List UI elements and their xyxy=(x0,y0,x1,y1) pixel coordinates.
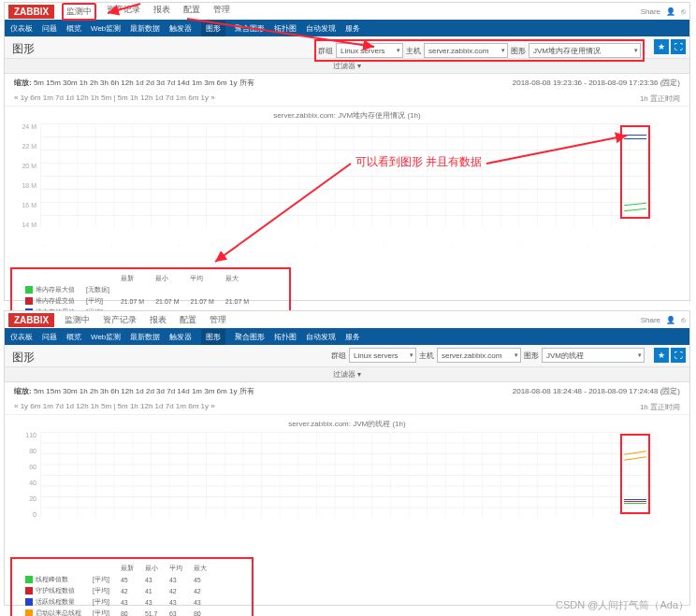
logout-icon[interactable]: ⎋ xyxy=(681,316,686,324)
filter-row-2: 图形 群组 Linux servers 主机 server.zabbix.com… xyxy=(5,345,689,367)
legend-row: 启动以来总线程[平均]8051.76380 xyxy=(20,608,212,616)
user-icon[interactable]: 👤 xyxy=(666,7,675,16)
graph-selectors: 群组 Linux servers 主机 server.zabbix.com 图形… xyxy=(314,39,645,62)
legend-table: 最新最小平均最大 线程峰值数[平均]45434345 守护线程数值[平均]424… xyxy=(20,563,212,616)
zoom-row-2: 缩放: 5m 15m 30m 1h 2h 3h 6h 12h 1d 2d 3d … xyxy=(5,382,689,400)
nav-discovery[interactable]: 自动发现 xyxy=(306,23,336,34)
time-nav-left[interactable]: « 1y 6m 1m 7d 1d 12h 1h 5m | 5m 1h 12h 1… xyxy=(14,93,215,104)
top-menu: 监测中 资产记录 报表 配置 管理 xyxy=(62,3,233,21)
group-dropdown[interactable]: Linux servers xyxy=(336,43,403,58)
nav-time-row: « 1y 6m 1m 7d 1d 12h 1h 5m | 5m 1h 12h 1… xyxy=(5,92,689,107)
chart-grid xyxy=(40,123,654,228)
share-link[interactable]: Share xyxy=(641,316,660,324)
annotation-text: 可以看到图形 并且有数据 xyxy=(355,154,482,170)
logo: ZABBIX xyxy=(8,313,54,327)
topmenu-config[interactable]: 配置 xyxy=(181,3,203,21)
chart-1: server.zabbix.com: JVM堆内存使用情况 (1h) 24 M2… xyxy=(5,107,689,265)
nav-overview[interactable]: 概览 xyxy=(66,23,81,34)
legend-row: 守护线程数值[平均]42414242 xyxy=(20,585,212,596)
fullscreen-icon[interactable]: ⛶ xyxy=(671,39,686,54)
top-bar: ZABBIX 监测中 资产记录 报表 配置 管理 Share 👤 ⎋ xyxy=(5,3,689,20)
nav-latest[interactable]: 最新数据 xyxy=(130,23,160,34)
y-axis: 24 M22 M20 M18 M16 M14 M xyxy=(14,123,36,228)
topmenu-inventory[interactable]: 资产记录 xyxy=(100,313,139,327)
time-nav-left[interactable]: « 1y 6m 1m 7d 1d 12h 1h 5m | 5m 1h 12h 1… xyxy=(14,402,215,412)
top-menu: 监测中 资产记录 报表 配置 管理 xyxy=(62,313,229,327)
legend-row: 堆内存最大值[无数据] xyxy=(20,284,254,295)
share-link[interactable]: Share xyxy=(641,7,660,16)
star-icon[interactable]: ★ xyxy=(654,348,669,363)
time-range: 2018-08-08 19:23:36 - 2018-08-09 17:23:3… xyxy=(513,78,680,88)
chart-data-strip xyxy=(620,125,650,219)
chart-title: server.zabbix.com: JVM的线程 (1h) xyxy=(5,415,689,433)
nav-web[interactable]: Web监测 xyxy=(91,23,121,34)
chart-data-strip xyxy=(620,434,650,514)
filter-row: 图形 群组 Linux servers 主机 server.zabbix.com… xyxy=(5,36,689,59)
user-icon[interactable]: 👤 xyxy=(666,316,675,324)
nav-graphs[interactable]: 图形 xyxy=(201,21,225,36)
logout-icon[interactable]: ⎋ xyxy=(681,7,686,16)
logo: ZABBIX xyxy=(8,5,54,19)
nav-bar: 仪表板 问题 概览 Web监测 最新数据 触发器 图形 聚合图形 拓扑图 自动发… xyxy=(5,20,689,36)
topmenu-reports[interactable]: 报表 xyxy=(151,3,173,21)
host-label: 主机 xyxy=(419,351,434,361)
nav-bar-2: 仪表板 问题 概览 Web监测 最新数据 触发器 图形 聚合图形 拓扑图 自动发… xyxy=(5,328,689,345)
page-title: 图形 xyxy=(12,41,35,57)
star-icon[interactable]: ★ xyxy=(654,39,669,54)
chart-title: server.zabbix.com: JVM堆内存使用情况 (1h) xyxy=(5,107,689,124)
nav-problems[interactable]: 问题 xyxy=(42,23,57,34)
topmenu-inventory[interactable]: 资产记录 xyxy=(104,3,143,21)
zoom-presets[interactable]: 5m 15m 30m 1h 2h 3h 6h 12h 1d 2d 3d 7d 1… xyxy=(34,387,254,395)
group-label: 群组 xyxy=(318,46,333,56)
time-nav-right[interactable]: 1h 置正时间 xyxy=(640,93,680,104)
host-dropdown[interactable]: server.zabbix.com xyxy=(437,348,521,363)
topmenu-monitor[interactable]: 监测中 xyxy=(62,313,93,327)
topmenu-config[interactable]: 配置 xyxy=(177,313,199,327)
nav-time-row-2: « 1y 6m 1m 7d 1d 12h 1h 5m | 5m 1h 12h 1… xyxy=(5,400,689,415)
zoom-row: 缩放: 5m 15m 30m 1h 2h 3h 6h 12h 1d 2d 3d … xyxy=(5,74,689,92)
toolbar-buttons: ★ ⛶ xyxy=(654,348,686,363)
filter-tab[interactable]: 过滤器 ▾ xyxy=(5,367,689,382)
x-axis: ·········· xyxy=(40,245,654,251)
nav-screens[interactable]: 聚合图形 xyxy=(235,23,265,34)
top-bar-2: ZABBIX 监测中 资产记录 报表 配置 管理 Share 👤 ⎋ xyxy=(5,311,689,328)
chart-grid xyxy=(40,432,654,518)
graph-selectors-2: 群组 Linux servers 主机 server.zabbix.com 图形… xyxy=(331,348,645,363)
graph-dropdown[interactable]: JVM堆内存使用情况 xyxy=(529,43,641,58)
legend-row: 堆内存提交值[平均]21.07 M21.07 M21.07 M21.07 M xyxy=(20,295,254,307)
group-dropdown[interactable]: Linux servers xyxy=(349,348,416,363)
chart-2: server.zabbix.com: JVM的线程 (1h) 110806040… xyxy=(5,415,689,555)
legend-2: 最新最小平均最大 线程峰值数[平均]45434345 守护线程数值[平均]424… xyxy=(10,557,254,616)
topmenu-reports[interactable]: 报表 xyxy=(147,313,169,327)
toolbar-buttons: ★ ⛶ xyxy=(654,39,686,54)
watermark: CSDN @人间打气筒（Ada） xyxy=(556,598,689,612)
host-dropdown[interactable]: server.zabbix.com xyxy=(424,43,508,58)
host-label: 主机 xyxy=(406,46,421,56)
topmenu-monitor[interactable]: 监测中 xyxy=(62,3,96,21)
topmenu-admin[interactable]: 管理 xyxy=(210,3,233,21)
zoom-label: 缩放: xyxy=(14,79,32,87)
nav-maps[interactable]: 拓扑图 xyxy=(274,23,297,34)
group-label: 群组 xyxy=(331,351,346,361)
share-area: Share 👤 ⎋ xyxy=(641,7,686,16)
time-nav-right[interactable]: 1h 置正时间 xyxy=(640,402,680,412)
graph-label: 图形 xyxy=(511,46,526,56)
share-area: Share 👤 ⎋ xyxy=(641,316,686,324)
time-range: 2018-08-08 18:24:48 - 2018-08-09 17:24:4… xyxy=(513,386,680,396)
nav-dashboard[interactable]: 仪表板 xyxy=(10,23,33,34)
graph-label: 图形 xyxy=(524,351,539,361)
y-axis: 110806040200 xyxy=(14,432,36,518)
legend-row: 线程峰值数[平均]45434345 xyxy=(20,574,212,585)
fullscreen-icon[interactable]: ⛶ xyxy=(671,348,686,363)
page-title: 图形 xyxy=(12,350,35,365)
nav-triggers[interactable]: 触发器 xyxy=(169,23,192,34)
legend-row: 活跃线程数量[平均]43434343 xyxy=(20,596,212,608)
zoom-presets[interactable]: 5m 15m 30m 1h 2h 3h 6h 12h 1d 2d 3d 7d 1… xyxy=(34,79,254,87)
nav-services[interactable]: 服务 xyxy=(345,23,360,34)
topmenu-admin[interactable]: 管理 xyxy=(207,313,229,327)
graph-dropdown[interactable]: JVM的线程 xyxy=(542,348,645,363)
